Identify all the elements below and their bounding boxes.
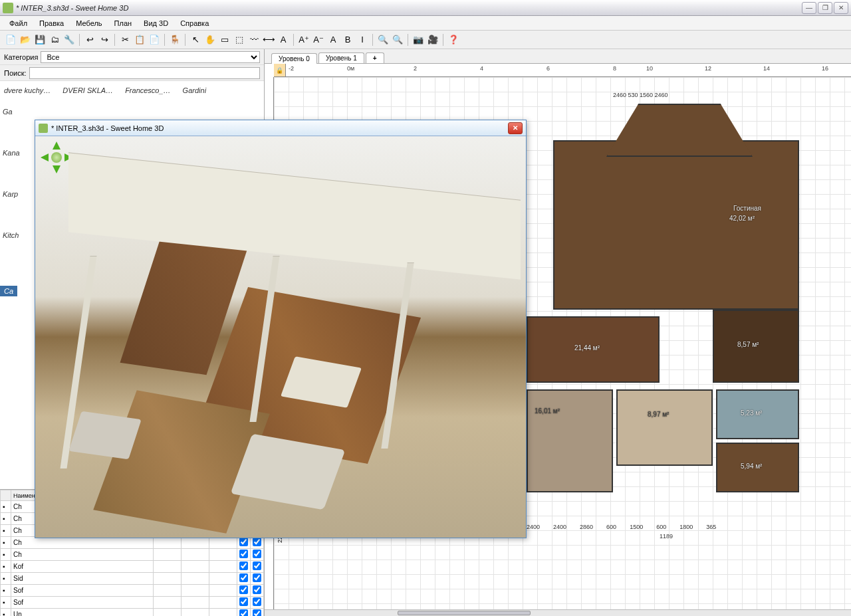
window-title: * INTER_3.sh3d - Sweet Home 3D	[16, 4, 802, 12]
text-bigger-button[interactable]: A⁺	[297, 33, 310, 47]
table-row[interactable]: ▪ Sof	[1, 597, 264, 609]
room-6[interactable]: 5,23 м²	[716, 389, 799, 439]
window-controls: — ❐ ✕	[802, 2, 848, 14]
row-chk2[interactable]	[251, 537, 264, 549]
toolbar: 📄📂💾🗂🔧↩↪✂📋📄🪑↖✋▭⬚〰⟷AA⁺A⁻ABI🔍🔍📷🎥❓	[0, 31, 851, 49]
titlebar: * INTER_3.sh3d - Sweet Home 3D — ❐ ✕	[0, 0, 851, 16]
save-button[interactable]: 💾	[33, 33, 47, 47]
wall-button[interactable]: ▭	[218, 33, 231, 47]
iso-scene	[35, 136, 526, 538]
row-chk1[interactable]	[237, 561, 251, 573]
catalog-controls: Категория Все Поиск:	[0, 49, 264, 81]
room-living[interactable]: Гостиная 42,02 м²	[553, 140, 799, 310]
zoom-in-button[interactable]: 🔍	[376, 33, 390, 47]
room-4[interactable]: 16,01 м²	[527, 389, 613, 492]
menu-furniture[interactable]: Мебель	[70, 18, 107, 29]
room-3[interactable]: 8,57 м²	[713, 310, 799, 383]
dimension-label: 1800	[679, 524, 693, 530]
popup-3d-window[interactable]: * INTER_3.sh3d - Sweet Home 3D ✕	[35, 120, 527, 538]
table-row[interactable]: ▪ Ch	[1, 549, 264, 561]
row-chk1[interactable]	[237, 537, 251, 549]
prefs-button[interactable]: 🔧	[62, 33, 76, 47]
table-row[interactable]: ▪ Kof	[1, 561, 264, 573]
row-name: Sof	[11, 585, 154, 597]
lock-icon[interactable]: 🔒	[274, 64, 286, 76]
maximize-button[interactable]: ❐	[818, 2, 832, 14]
popup-titlebar[interactable]: * INTER_3.sh3d - Sweet Home 3D ✕	[35, 120, 526, 136]
catalog-row-label[interactable]: Kana	[3, 149, 20, 157]
pan-button[interactable]: ✋	[203, 33, 217, 47]
text-smaller-button[interactable]: A⁻	[312, 33, 325, 47]
close-button[interactable]: ✕	[834, 2, 848, 14]
room-2[interactable]: 21,44 м²	[527, 316, 660, 383]
menu-edit[interactable]: Правка	[34, 18, 69, 29]
row-chk1[interactable]	[237, 573, 251, 585]
table-row[interactable]: ▪ Ch	[1, 537, 264, 549]
paste-button[interactable]: 📄	[148, 33, 161, 47]
catalog-row-label[interactable]: Ga	[3, 108, 20, 116]
catalog-row-label[interactable]: Kitch	[3, 231, 20, 239]
table-row[interactable]: ▪ Un	[1, 609, 264, 617]
help-button[interactable]: ❓	[447, 33, 460, 47]
room-button[interactable]: ⬚	[233, 33, 246, 47]
row-chk2[interactable]	[251, 549, 264, 561]
horizontal-scrollbar[interactable]	[265, 609, 851, 616]
menu-view3d[interactable]: Вид 3D	[138, 18, 174, 29]
zoom-out-button[interactable]: 🔍	[391, 33, 404, 47]
undo-button[interactable]: ↩	[83, 33, 96, 47]
catalog-label[interactable]: dvere kuchy…	[4, 86, 51, 94]
row-icon: ▪	[1, 561, 11, 573]
row-chk1[interactable]	[237, 585, 251, 597]
toolbar-separator	[185, 34, 185, 46]
photo-button[interactable]: 📷	[412, 33, 425, 47]
cut-button[interactable]: ✂	[118, 33, 132, 47]
redo-button[interactable]: ↪	[98, 33, 111, 47]
copy-button[interactable]: 📋	[133, 33, 146, 47]
select-button[interactable]: ↖	[189, 33, 202, 47]
tab-level-1[interactable]: Уровень 1	[318, 52, 364, 63]
tab-add-level[interactable]: +	[366, 52, 384, 63]
catalog-selected[interactable]: Ca	[0, 286, 17, 296]
new-button[interactable]: 📄	[4, 33, 17, 47]
category-select[interactable]: Все	[41, 51, 260, 63]
row-chk2[interactable]	[251, 609, 264, 617]
room-7[interactable]: 5,94 м²	[716, 443, 799, 492]
tab-level-0[interactable]: Уровень 0	[271, 53, 317, 64]
polyline-button[interactable]: 〰	[247, 33, 261, 47]
row-v3	[209, 573, 237, 585]
text-button[interactable]: A	[277, 33, 290, 47]
scrollbar-thumb[interactable]	[398, 611, 531, 615]
search-input[interactable]	[29, 67, 260, 79]
popup-close-button[interactable]: ✕	[508, 122, 523, 134]
text-italic-button[interactable]: I	[356, 33, 369, 47]
row-chk2[interactable]	[251, 561, 264, 573]
table-row[interactable]: ▪ Sof	[1, 585, 264, 597]
video-button[interactable]: 🎥	[426, 33, 439, 47]
menu-plan[interactable]: План	[109, 18, 138, 29]
row-chk1[interactable]	[237, 549, 251, 561]
add-furniture-button[interactable]: 🪑	[168, 33, 182, 47]
open-button[interactable]: 📂	[19, 33, 32, 47]
save-prefs-button[interactable]: 🗂	[48, 33, 61, 47]
row-chk1[interactable]	[237, 609, 251, 617]
row-chk1[interactable]	[237, 597, 251, 609]
toolbar-separator	[293, 34, 294, 46]
row-chk2[interactable]	[251, 585, 264, 597]
catalog-row-label[interactable]: Karp	[3, 190, 20, 198]
row-icon: ▪	[1, 573, 11, 585]
view-3d-canvas[interactable]	[35, 136, 526, 538]
row-chk2[interactable]	[251, 597, 264, 609]
table-row[interactable]: ▪ Sid	[1, 573, 264, 585]
minimize-button[interactable]: —	[802, 2, 816, 14]
menu-help[interactable]: Справка	[175, 18, 214, 29]
row-v1	[154, 609, 182, 617]
dimension-button[interactable]: ⟷	[262, 33, 275, 47]
room-5[interactable]: 8,97 м²	[616, 389, 713, 466]
menu-file[interactable]: Файл	[4, 18, 33, 29]
catalog-label[interactable]: Gardini	[183, 86, 206, 94]
text-color-button[interactable]: A	[326, 33, 340, 47]
row-chk2[interactable]	[251, 573, 264, 585]
catalog-label[interactable]: Francesco_…	[125, 86, 170, 94]
catalog-label[interactable]: DVERI SKLA…	[62, 86, 113, 94]
text-bold-button[interactable]: B	[341, 33, 354, 47]
